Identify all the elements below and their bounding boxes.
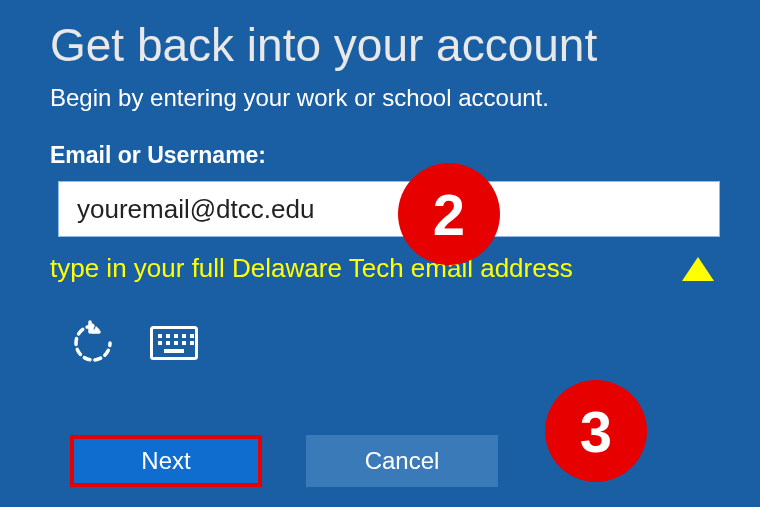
page-subtitle: Begin by entering your work or school ac… [0, 80, 760, 120]
refresh-icon[interactable] [70, 320, 116, 366]
email-label: Email or Username: [0, 120, 760, 177]
svg-rect-2 [158, 334, 162, 338]
svg-rect-12 [164, 349, 184, 353]
svg-rect-10 [182, 341, 186, 345]
svg-rect-11 [190, 341, 194, 345]
svg-rect-5 [182, 334, 186, 338]
svg-rect-4 [174, 334, 178, 338]
svg-rect-9 [174, 341, 178, 345]
email-input-wrap [0, 177, 760, 237]
captcha-icon-bar [0, 284, 760, 366]
triangle-up-icon [682, 257, 714, 281]
keyboard-icon[interactable] [150, 326, 198, 360]
svg-rect-8 [166, 341, 170, 345]
next-button[interactable]: Next [70, 435, 262, 487]
step-badge-2: 2 [398, 163, 500, 265]
cancel-button[interactable]: Cancel [306, 435, 498, 487]
page-title: Get back into your account [0, 0, 760, 80]
svg-rect-7 [158, 341, 162, 345]
hint-text: type in your full Delaware Tech email ad… [50, 253, 672, 284]
email-input[interactable] [58, 181, 720, 237]
hint-row: type in your full Delaware Tech email ad… [0, 237, 760, 284]
svg-rect-6 [190, 334, 194, 338]
step-badge-3: 3 [545, 380, 647, 482]
svg-rect-3 [166, 334, 170, 338]
button-row: Next Cancel [70, 435, 498, 487]
